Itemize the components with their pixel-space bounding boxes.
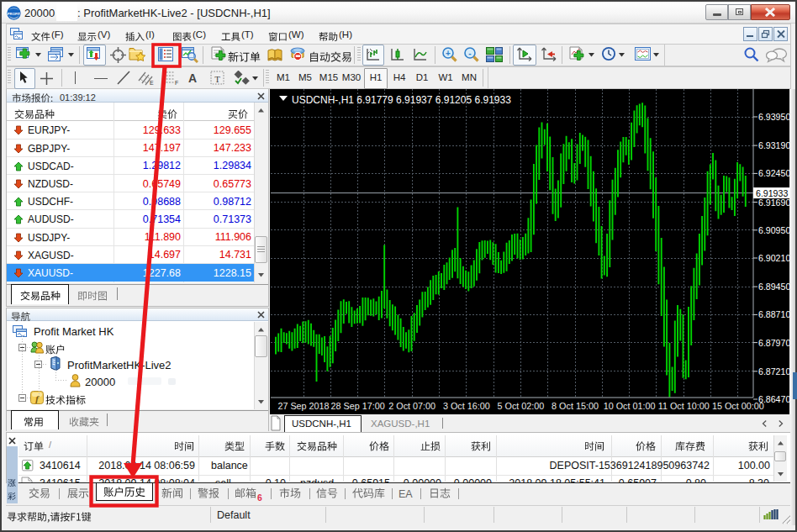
svg-text:6.87970: 6.87970 <box>758 338 790 348</box>
svg-text:+: + <box>446 49 451 58</box>
svg-text:E: E <box>150 80 154 86</box>
svg-text:3 Oct 16:00: 3 Oct 16:00 <box>443 401 490 411</box>
svg-text:10 Oct 01:00: 10 Oct 01:00 <box>604 401 656 411</box>
svg-text:6.91690: 6.91690 <box>758 198 790 208</box>
svg-text:27 Sep 2018: 27 Sep 2018 <box>277 401 329 411</box>
svg-text:USDCNH-,H1 6.91779 6.91937 6.: USDCNH-,H1 6.91779 6.91937 6.91205 6.919… <box>292 94 511 106</box>
svg-text:6.90950: 6.90950 <box>758 225 790 235</box>
svg-text:2 Oct 07:00: 2 Oct 07:00 <box>388 401 435 411</box>
svg-text:6.89450: 6.89450 <box>758 282 790 292</box>
svg-text:F: F <box>175 80 178 86</box>
svg-text:28 Sep 17:00: 28 Sep 17:00 <box>330 401 384 411</box>
svg-text:8 Oct 15:00: 8 Oct 15:00 <box>552 401 599 411</box>
svg-text:6.92450: 6.92450 <box>758 168 790 178</box>
svg-text:6.87210: 6.87210 <box>758 366 790 377</box>
svg-text:5 Oct 02:00: 5 Oct 02:00 <box>497 401 544 411</box>
svg-text:-: - <box>468 49 471 58</box>
svg-text:6.88710: 6.88710 <box>758 309 790 319</box>
svg-text:6.93950: 6.93950 <box>758 112 790 122</box>
svg-text:6.93190: 6.93190 <box>758 140 790 150</box>
svg-text:6.90210: 6.90210 <box>758 253 790 263</box>
svg-text:6.91933: 6.91933 <box>756 188 788 198</box>
svg-text:PROFIT: PROFIT <box>8 12 21 16</box>
svg-text:15 Oct 00:00: 15 Oct 00:00 <box>712 401 764 411</box>
svg-text:T: T <box>214 74 220 84</box>
svg-text:11 Oct 10:00: 11 Oct 10:00 <box>658 401 710 411</box>
